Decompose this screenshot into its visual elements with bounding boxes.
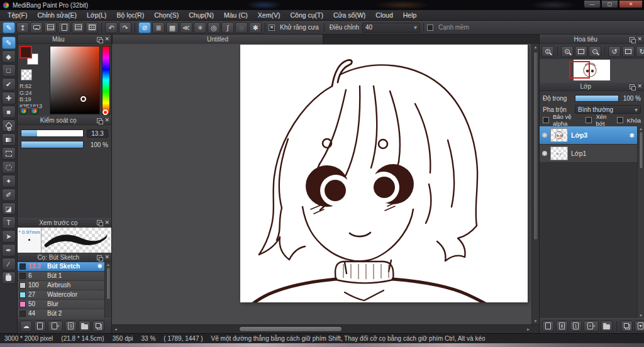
scroll-right-icon[interactable]: ► xyxy=(526,326,530,333)
popout-icon[interactable] xyxy=(630,84,635,89)
eraser-tool[interactable]: ◆ xyxy=(2,50,16,63)
snap-curve-button[interactable]: ʃ xyxy=(221,22,234,33)
snap-vanishing-button[interactable]: ≪ xyxy=(180,22,192,33)
duplicate-brush-button[interactable]: ▾ xyxy=(48,321,63,332)
close-icon[interactable]: ✕ xyxy=(104,255,109,260)
menu-filter[interactable]: Bộ lọc(R) xyxy=(111,10,149,20)
brush-row-blur[interactable]: 50 Blur xyxy=(18,300,104,309)
menu-select[interactable]: Chọn(S) xyxy=(149,10,184,20)
gear-icon[interactable]: ✱ xyxy=(97,263,103,270)
publish-button[interactable]: ↥ xyxy=(16,22,29,33)
select-pen-tool[interactable]: ✐ xyxy=(2,189,16,201)
move-tool[interactable]: ✚ xyxy=(2,92,16,104)
select-eraser-tool[interactable]: ◪ xyxy=(2,202,16,215)
zoom-100-button[interactable]: 1 xyxy=(541,46,554,57)
layer-opacity-slider[interactable] xyxy=(575,95,619,102)
brush-row-but-sketch[interactable]: 13.3 Bút Sketch ✱ xyxy=(18,262,104,272)
new-8bit-layer-button[interactable]: 8 xyxy=(556,321,568,332)
brush-tool[interactable]: ✎ xyxy=(2,36,16,49)
lock-checkbox[interactable] xyxy=(617,117,623,123)
snap-grid-button[interactable]: ▦ xyxy=(166,22,179,33)
menu-color[interactable]: Màu (C) xyxy=(219,10,253,20)
sv-picker-marker[interactable] xyxy=(80,96,86,102)
brush-size-slider[interactable] xyxy=(21,129,84,137)
paint-mode-button[interactable]: ✎ xyxy=(3,22,15,33)
new-brush-button[interactable] xyxy=(34,321,46,332)
menu-snap[interactable]: Chụp(N) xyxy=(184,10,219,20)
menu-edit[interactable]: Chỉnh sửa(E) xyxy=(33,10,82,20)
menu-file[interactable]: Tệp(F) xyxy=(3,10,33,20)
fit-view-button[interactable] xyxy=(575,46,587,57)
close-icon[interactable]: ✕ xyxy=(637,36,642,42)
minimize-button[interactable]: — xyxy=(584,0,601,8)
alpha-lock-checkbox[interactable] xyxy=(543,117,549,123)
redo-button[interactable]: ↷ xyxy=(119,22,131,33)
close-icon[interactable]: ✕ xyxy=(104,220,109,226)
gear-icon[interactable]: ✱ xyxy=(630,132,635,139)
brush-row-airbrush[interactable]: 100 Airbrush xyxy=(18,281,104,290)
menu-view[interactable]: Xem(V) xyxy=(253,10,286,20)
layer-visibility-toggle[interactable] xyxy=(542,133,547,138)
scrollbar-thumb[interactable] xyxy=(533,52,538,240)
rotate-left-button[interactable]: ↺ xyxy=(608,46,621,57)
shape-tool[interactable]: ■ xyxy=(2,106,16,118)
layer-visibility-toggle[interactable] xyxy=(542,151,547,156)
scrollbar-thumb[interactable] xyxy=(106,267,111,300)
canvas-horizontal-scrollbar[interactable]: ◄ ► xyxy=(112,324,539,333)
maximize-button[interactable]: ▢ xyxy=(601,0,618,8)
cloud-brush-button[interactable]: ☁ xyxy=(20,321,32,332)
undo-button[interactable]: ↶ xyxy=(105,22,118,33)
layer-row-lop3[interactable]: Lớp3 ✱ xyxy=(540,126,637,145)
duplicate-layer-button[interactable] xyxy=(621,321,633,332)
scroll-up-icon[interactable]: ▲ xyxy=(534,44,538,50)
layer-row-lop1[interactable]: Lớp1 xyxy=(540,145,637,163)
layer-list-scrollbar[interactable]: ▲ ▼ xyxy=(637,126,644,318)
lasso-tool[interactable] xyxy=(2,161,16,174)
brush-row-but-2[interactable]: 44 Bút 2 xyxy=(18,309,104,319)
snap-off-button[interactable]: ⊘ xyxy=(138,22,151,33)
new-1bit-layer-button[interactable]: 1 xyxy=(570,321,582,332)
scroll-down-icon[interactable]: ▼ xyxy=(534,318,538,324)
text-tool[interactable]: T xyxy=(2,216,16,229)
gradient-tool[interactable] xyxy=(2,133,16,146)
popout-icon[interactable] xyxy=(97,255,102,260)
document-tab[interactable]: Untitled xyxy=(112,35,323,44)
scrollbar-thumb[interactable] xyxy=(239,326,342,332)
polyline-tool[interactable]: ✔ xyxy=(2,78,16,91)
snap-parallel-button[interactable]: ≣ xyxy=(152,22,165,33)
hue-slider[interactable] xyxy=(102,46,110,114)
material-panel-button[interactable] xyxy=(58,22,70,33)
bucket-tool[interactable] xyxy=(2,119,16,132)
eyedropper-tool[interactable]: ∕ xyxy=(2,258,16,270)
menu-layer[interactable]: Lớp(L) xyxy=(82,10,111,20)
comment-panel-button[interactable] xyxy=(44,22,57,33)
reset-rotation-button[interactable] xyxy=(622,46,635,57)
divide-tool[interactable]: ✒ xyxy=(2,244,16,256)
snap-settings-button[interactable]: ✱ xyxy=(249,22,262,33)
antialias-checkbox[interactable]: ✕ xyxy=(269,25,275,31)
close-icon[interactable]: ✕ xyxy=(637,84,642,89)
menu-tools[interactable]: Công cụ(T) xyxy=(285,10,328,20)
close-button[interactable]: ✕ xyxy=(619,0,643,8)
scroll-down-icon[interactable]: ▼ xyxy=(639,313,643,318)
drawing-canvas[interactable] xyxy=(240,45,528,302)
scroll-left-icon[interactable]: ◄ xyxy=(114,326,118,333)
menu-cloud[interactable]: Cloud xyxy=(370,10,397,20)
color-wheel-button[interactable] xyxy=(30,107,38,114)
close-icon[interactable]: ✕ xyxy=(104,118,109,123)
canvas-workspace[interactable]: ▲ ▼ xyxy=(112,44,539,324)
grid-panel-button[interactable] xyxy=(86,22,98,33)
zoom-in-button[interactable]: + xyxy=(561,46,574,57)
soft-edge-checkbox[interactable] xyxy=(427,25,433,31)
comment-button[interactable] xyxy=(30,22,43,33)
foreground-color-swatch[interactable] xyxy=(19,46,32,58)
brush-folder-button[interactable] xyxy=(79,321,91,332)
layer-folder-button[interactable] xyxy=(601,321,613,332)
brush-row-watercolor[interactable]: 27 Watercolor xyxy=(18,290,104,300)
clipping-checkbox[interactable] xyxy=(586,117,592,123)
brush-row-but-1[interactable]: 6 Bút 1 xyxy=(18,272,104,281)
navigator-viewport-rect[interactable] xyxy=(569,61,590,79)
menu-window[interactable]: Cửa sổ(W) xyxy=(328,10,370,20)
hue-marker[interactable] xyxy=(103,109,108,115)
list-panel-button[interactable] xyxy=(72,22,84,33)
